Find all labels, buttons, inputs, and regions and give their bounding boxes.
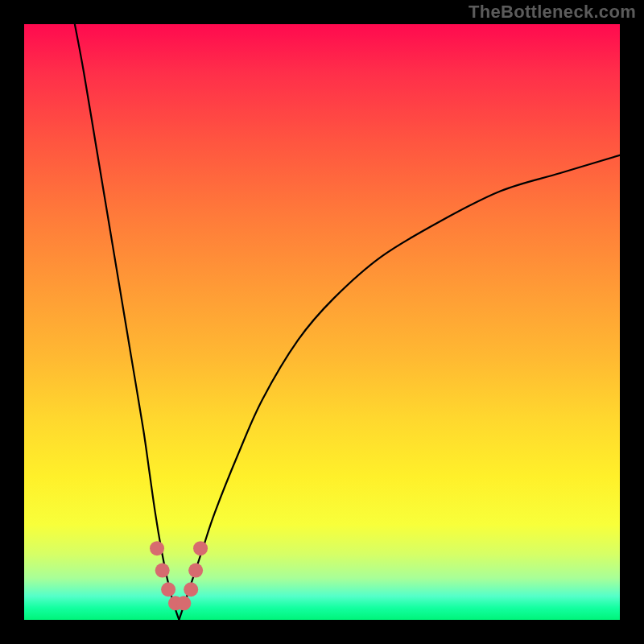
curve-left-arm (75, 24, 180, 620)
notch-marker-dot (155, 564, 170, 578)
notch-marker-dot (176, 596, 191, 610)
notch-marker-dot (161, 582, 175, 597)
watermark-text: TheBottleneck.com (469, 2, 636, 23)
curve-layer (24, 24, 620, 620)
curve-right-arm (179, 155, 620, 620)
notch-marker-group (150, 541, 208, 610)
notch-marker-dot (150, 541, 164, 555)
notch-marker-dot (193, 541, 208, 555)
plot-area (24, 24, 620, 620)
notch-marker-dot (188, 564, 203, 578)
notch-marker-dot (184, 582, 198, 597)
